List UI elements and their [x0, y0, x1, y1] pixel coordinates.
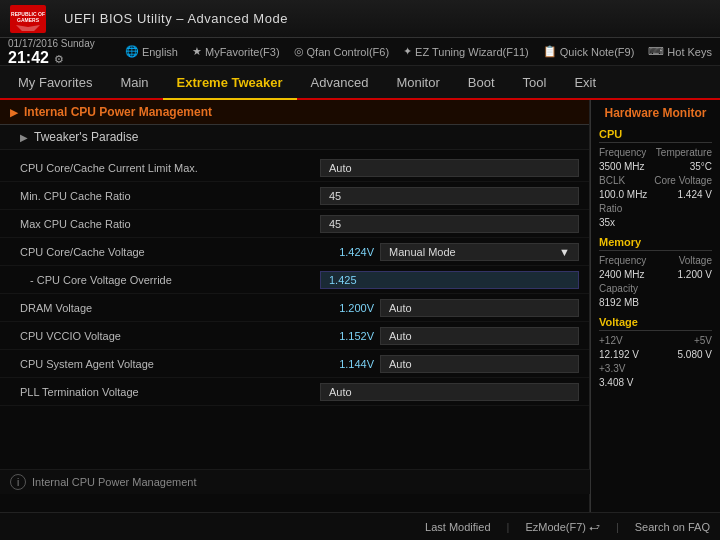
chevron-down-icon: ▼ [559, 246, 570, 258]
nav-item-monitor[interactable]: Monitor [382, 66, 453, 100]
setting-value-max-cache-ratio[interactable]: 45 [320, 215, 579, 233]
setting-label-cpu-vccio: CPU VCCIO Voltage [20, 330, 320, 342]
setting-label-cpu-system-agent: CPU System Agent Voltage [20, 358, 320, 370]
setting-label-core-voltage-override: - CPU Core Voltage Override [20, 274, 320, 286]
star-icon: ★ [192, 45, 202, 58]
setting-value-cpu-current-limit[interactable]: Auto [320, 159, 579, 177]
info-bar: i Internal CPU Power Management [0, 469, 590, 494]
keyboard-icon: ⌨ [648, 45, 664, 58]
setting-prefix-cpu-system-agent: 1.144V [320, 358, 380, 370]
note-icon: 📋 [543, 45, 557, 58]
nav-item-exit[interactable]: Exit [560, 66, 610, 100]
status-last-modified[interactable]: Last Modified [425, 521, 490, 533]
hw-row-33v: +3.3V [599, 363, 712, 374]
setting-value-core-voltage-dropdown[interactable]: Manual Mode ▼ [380, 243, 579, 261]
hw-key-core-voltage: Core Voltage [654, 175, 712, 186]
setting-label-max-cache-ratio: Max CPU Cache Ratio [20, 218, 320, 230]
hw-key-ratio: Ratio [599, 203, 622, 214]
section-header-cpu-power[interactable]: ▶ Internal CPU Power Management [0, 100, 589, 125]
setting-prefix-core-voltage: 1.424V [320, 246, 380, 258]
hw-val-mem-frequency: 2400 MHz [599, 269, 645, 280]
setting-value-dram-voltage[interactable]: Auto [380, 299, 579, 317]
left-panel: ▶ Internal CPU Power Management ▶ Tweake… [0, 100, 590, 512]
info-icon: i [10, 474, 26, 490]
hw-row-bclk-val: 100.0 MHz 1.424 V [599, 189, 712, 200]
sub-section-tweakers-paradise[interactable]: ▶ Tweaker's Paradise [0, 125, 589, 150]
toolbar-myfavorite[interactable]: ★ MyFavorite(F3) [192, 45, 280, 58]
hw-section-memory: Memory Frequency Voltage 2400 MHz 1.200 … [599, 236, 712, 308]
exit-icon: ⮐ [589, 521, 600, 533]
hw-key-33v: +3.3V [599, 363, 625, 374]
hw-row-mem-frequency: Frequency Voltage [599, 255, 712, 266]
nav-item-myfavorites[interactable]: My Favorites [4, 66, 106, 100]
setting-label-core-voltage: CPU Core/Cache Voltage [20, 246, 320, 258]
hw-row-mem-frequency-val: 2400 MHz 1.200 V [599, 269, 712, 280]
setting-row-core-voltage: CPU Core/Cache Voltage 1.424V Manual Mod… [0, 238, 589, 266]
toolbar-qfan[interactable]: ◎ Qfan Control(F6) [294, 45, 390, 58]
hw-val-mem-capacity: 8192 MB [599, 297, 639, 308]
hw-row-12v: +12V +5V [599, 335, 712, 346]
right-panel: Hardware Monitor CPU Frequency Temperatu… [590, 100, 720, 512]
hw-key-frequency: Frequency [599, 147, 646, 158]
nav-item-advanced[interactable]: Advanced [297, 66, 383, 100]
setting-row-core-voltage-override: - CPU Core Voltage Override 1.425 [0, 266, 589, 294]
main-layout: ▶ Internal CPU Power Management ▶ Tweake… [0, 100, 720, 512]
status-separator-1: | [507, 521, 510, 533]
hw-section-label-cpu: CPU [599, 128, 712, 143]
toolbar-eztuning[interactable]: ✦ EZ Tuning Wizard(F11) [403, 45, 529, 58]
toolbar-time: 21:42 [8, 49, 49, 66]
rog-logo: REPUBLIC OF GAMERS [10, 5, 52, 33]
setting-row-min-cache-ratio: Min. CPU Cache Ratio 45 [0, 182, 589, 210]
hw-row-frequency-val: 3500 MHz 35°C [599, 161, 712, 172]
hw-val-bclk: 100.0 MHz [599, 189, 647, 200]
status-search-faq[interactable]: Search on FAQ [635, 521, 710, 533]
hw-section-label-voltage: Voltage [599, 316, 712, 331]
hw-key-temperature: Temperature [656, 147, 712, 158]
status-separator-2: | [616, 521, 619, 533]
toolbar-datetime: 01/17/2016 Sunday 21:42 ⚙ [8, 37, 111, 67]
setting-value-cpu-system-agent[interactable]: Auto [380, 355, 579, 373]
nav-bar: My Favorites Main Extreme Tweaker Advanc… [0, 66, 720, 100]
nav-item-tool[interactable]: Tool [509, 66, 561, 100]
hw-val-temperature: 35°C [690, 161, 712, 172]
section-title: Internal CPU Power Management [24, 105, 212, 119]
section-arrow-icon: ▶ [10, 107, 18, 118]
toolbar-hotkeys[interactable]: ⌨ Hot Keys [648, 45, 712, 58]
setting-row-cpu-current-limit: CPU Core/Cache Current Limit Max. Auto [0, 154, 589, 182]
hw-row-ratio-val: 35x [599, 217, 712, 228]
setting-label-min-cache-ratio: Min. CPU Cache Ratio [20, 190, 320, 202]
setting-value-cpu-vccio[interactable]: Auto [380, 327, 579, 345]
toolbar-date: 01/17/2016 Sunday [8, 38, 95, 49]
hw-key-mem-voltage: Voltage [679, 255, 712, 266]
dropdown-selected-value: Manual Mode [389, 246, 456, 258]
bios-title: UEFI BIOS Utility – Advanced Mode [64, 11, 288, 26]
setting-label-dram-voltage: DRAM Voltage [20, 302, 320, 314]
setting-row-max-cache-ratio: Max CPU Cache Ratio 45 [0, 210, 589, 238]
nav-item-extremetweaker[interactable]: Extreme Tweaker [163, 66, 297, 100]
hw-row-33v-val: 3.408 V [599, 377, 712, 388]
hw-row-mem-capacity-val: 8192 MB [599, 297, 712, 308]
nav-item-main[interactable]: Main [106, 66, 162, 100]
setting-row-dram-voltage: DRAM Voltage 1.200V Auto [0, 294, 589, 322]
setting-row-cpu-vccio: CPU VCCIO Voltage 1.152V Auto [0, 322, 589, 350]
setting-value-min-cache-ratio[interactable]: 45 [320, 187, 579, 205]
toolbar-quicknote[interactable]: 📋 Quick Note(F9) [543, 45, 635, 58]
nav-item-boot[interactable]: Boot [454, 66, 509, 100]
hw-row-frequency: Frequency Temperature [599, 147, 712, 158]
hw-key-mem-frequency: Frequency [599, 255, 646, 266]
hw-val-33v: 3.408 V [599, 377, 633, 388]
toolbar-language[interactable]: 🌐 English [125, 45, 178, 58]
toolbar: 01/17/2016 Sunday 21:42 ⚙ 🌐 English ★ My… [0, 38, 720, 66]
subsection-arrow-icon: ▶ [20, 132, 28, 143]
status-ez-mode[interactable]: EzMode(F7) ⮐ [525, 521, 600, 533]
fan-icon: ◎ [294, 45, 304, 58]
setting-row-pll-voltage: PLL Termination Voltage Auto [0, 378, 589, 406]
setting-value-core-voltage-override[interactable]: 1.425 [320, 271, 579, 289]
wand-icon: ✦ [403, 45, 412, 58]
gear-icon[interactable]: ⚙ [54, 53, 64, 65]
hw-val-ratio: 35x [599, 217, 615, 228]
setting-value-pll-voltage[interactable]: Auto [320, 383, 579, 401]
hw-row-bclk: BCLK Core Voltage [599, 175, 712, 186]
hw-key-bclk: BCLK [599, 175, 625, 186]
rog-logo-icon: REPUBLIC OF GAMERS [10, 5, 46, 33]
